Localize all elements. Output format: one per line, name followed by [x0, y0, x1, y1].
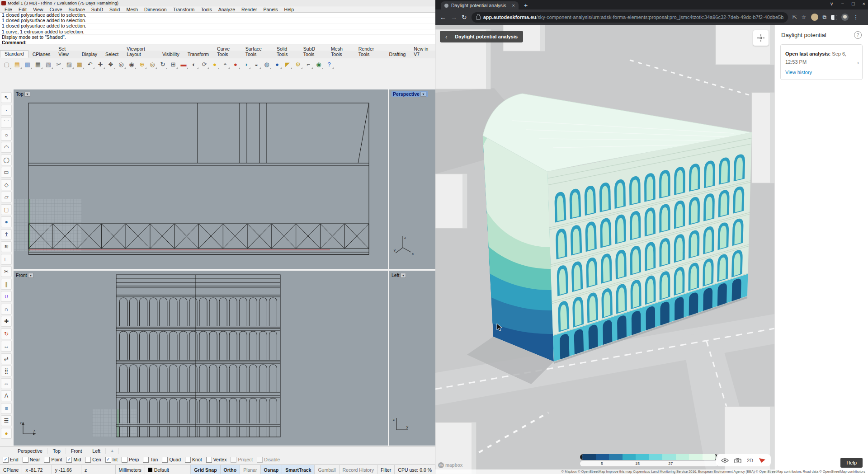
toolbar-tab-mesh-tools[interactable]: Mesh Tools [327, 46, 354, 58]
arc-icon[interactable]: ◠ [1, 142, 12, 153]
toolbar-tab-curve-tools[interactable]: Curve Tools [213, 46, 241, 58]
box-icon[interactable]: ▢ [1, 204, 12, 215]
chevron-right-icon[interactable]: › [857, 59, 859, 66]
viewport-top-label[interactable]: Top ▼ [16, 91, 30, 97]
osnap-disable[interactable]: Disable [257, 457, 280, 463]
toolbar-tab-drafting[interactable]: Drafting [385, 51, 410, 58]
back-button[interactable]: ← [440, 14, 446, 21]
chevron-down-icon[interactable]: ▼ [28, 273, 34, 278]
gumball-icon[interactable]: ● [1, 428, 12, 439]
paste-icon[interactable]: ▩ [75, 59, 85, 69]
url-bar[interactable]: app.autodeskforma.eu/sky-component-analy… [472, 12, 788, 23]
osnap-checkbox-quad[interactable] [162, 457, 168, 463]
toggle-gumball[interactable]: Gumball [315, 465, 339, 474]
menu-transform[interactable]: Transform [170, 7, 197, 12]
toolbar-tab-subd-tools[interactable]: SubD Tools [299, 46, 327, 58]
toolbar-tab-visibility[interactable]: Visibility [158, 51, 184, 58]
viewport-tab-top[interactable]: Top [48, 448, 66, 454]
osnap-checkbox-knot[interactable] [185, 457, 191, 463]
osnap-checkbox-mid[interactable]: ✓ [66, 457, 72, 463]
export-icon[interactable]: ▧ [43, 59, 53, 69]
toolbar-tab-standard[interactable]: Standard [0, 50, 28, 58]
osnap-checkbox-perp[interactable] [122, 457, 127, 463]
copy-icon[interactable]: ▨ [64, 59, 74, 69]
toggle-grid-snap[interactable]: Grid Snap [191, 465, 220, 474]
osnap-checkbox-disable[interactable] [257, 457, 263, 463]
shaded-sphere-icon[interactable]: ◒ [251, 59, 261, 69]
hide-icon[interactable]: ◐ [189, 59, 199, 69]
osnap-checkbox-end[interactable]: ✓ [3, 457, 9, 463]
reload-button[interactable]: ↻ [462, 14, 467, 21]
save-icon[interactable]: ▥ [23, 59, 33, 69]
polyline-icon[interactable]: ⌒ [1, 117, 12, 128]
side-panel-icon[interactable] [831, 15, 837, 20]
boolean-union-icon[interactable]: ∪ [1, 291, 12, 302]
gear-icon[interactable]: ⚙ [293, 59, 303, 69]
osnap-vertex[interactable]: Vertex [206, 457, 227, 463]
menu-curve[interactable]: Curve [47, 7, 65, 12]
ghosted-sphere-icon[interactable]: ◍ [262, 59, 272, 69]
rotate-view-icon[interactable]: ↻ [158, 59, 168, 69]
toggle-planar[interactable]: Planar [240, 465, 260, 474]
menu-edit[interactable]: Edit [16, 7, 29, 12]
front-viewport-drawing[interactable]: zx [14, 271, 388, 446]
viewport-perspective[interactable]: Perspective ▼ zyx [389, 89, 435, 269]
osnap-point[interactable]: Point [44, 457, 62, 463]
viewport-tab-left[interactable]: Left [87, 448, 106, 454]
render-sphere-red-icon[interactable]: ● [231, 59, 241, 69]
new-tab-button[interactable]: + [524, 2, 528, 9]
boolean-diff-icon[interactable]: ∩ [1, 304, 12, 314]
toggle-ortho[interactable]: Ortho [221, 465, 241, 474]
menu-surface[interactable]: Surface [66, 7, 88, 12]
eraser-icon[interactable]: ▬ [179, 59, 189, 69]
menu-tools[interactable]: Tools [198, 7, 215, 12]
extensions-puzzle-icon[interactable]: ⧉ [823, 14, 827, 20]
add-viewport-tab[interactable]: + [106, 448, 119, 454]
toolbar-tab-display[interactable]: Display [78, 51, 101, 58]
cut-icon[interactable]: ✂ [54, 59, 64, 69]
rectangle-icon[interactable]: ▭ [1, 167, 12, 178]
trim-icon[interactable]: ✂ [1, 266, 12, 277]
zoom-extents-icon[interactable]: ⊕ [137, 59, 147, 69]
zoom-selected-icon[interactable]: ◎ [147, 59, 157, 69]
move-tool-icon[interactable]: ✚ [1, 316, 12, 327]
new-file-icon[interactable]: ▢ [2, 59, 12, 69]
recenter-button[interactable] [753, 30, 769, 46]
visibility-eye-icon[interactable] [721, 458, 729, 463]
toggle-record-history[interactable]: Record History [340, 465, 377, 474]
share-icon[interactable]: ⇱ [793, 14, 797, 20]
osnap-checkbox-near[interactable] [23, 457, 28, 463]
split-icon[interactable]: ∥ [1, 279, 12, 290]
array-icon[interactable]: ⣿ [1, 366, 12, 376]
extrude-icon[interactable]: ↥ [1, 229, 12, 240]
osnap-checkbox-point[interactable] [44, 457, 50, 463]
help-button[interactable]: Help [840, 458, 863, 468]
osnap-end[interactable]: ✓End [3, 457, 19, 463]
status-units[interactable]: Millimeters [116, 465, 145, 474]
point-icon[interactable]: · [1, 105, 12, 116]
toolbar-tab-viewport-layout[interactable]: Viewport Layout [123, 46, 158, 58]
rotate-icon[interactable]: ⟳ [199, 59, 209, 69]
2d-mode-button[interactable]: 2D [747, 458, 753, 463]
circle-icon[interactable]: ○ [1, 130, 12, 141]
lamp-icon[interactable]: ● [210, 59, 220, 69]
chevron-down-icon[interactable]: ▼ [420, 92, 426, 97]
compass-north-icon[interactable] [759, 457, 766, 463]
osnap-int[interactable]: ✓Int [105, 457, 118, 463]
menu-mesh[interactable]: Mesh [123, 7, 141, 12]
menu-solid[interactable]: Solid [107, 7, 123, 12]
minimize-icon[interactable]: − [841, 1, 844, 7]
command-prompt[interactable]: Command: [0, 40, 435, 44]
toggle-osnap[interactable]: Osnap [261, 465, 283, 474]
menu-file[interactable]: File [2, 7, 15, 12]
toolbar-tab-set-view[interactable]: Set View [54, 46, 77, 58]
toolbar-tab-surface-tools[interactable]: Surface Tools [241, 46, 273, 58]
status-filter[interactable]: Filter [377, 465, 395, 474]
forma-3d-canvas[interactable]: ‹ Daylight potential analysis 51527 [435, 25, 774, 474]
toolbar-tab-cplanes[interactable]: CPlanes [28, 51, 55, 58]
menu-help[interactable]: Help [282, 7, 297, 12]
tab-close-icon[interactable]: × [512, 3, 515, 8]
url-text[interactable]: app.autodeskforma.eu/sky-component-analy… [483, 14, 783, 20]
toolbar-tab-transform[interactable]: Transform [184, 51, 213, 58]
osnap-knot[interactable]: Knot [185, 457, 202, 463]
